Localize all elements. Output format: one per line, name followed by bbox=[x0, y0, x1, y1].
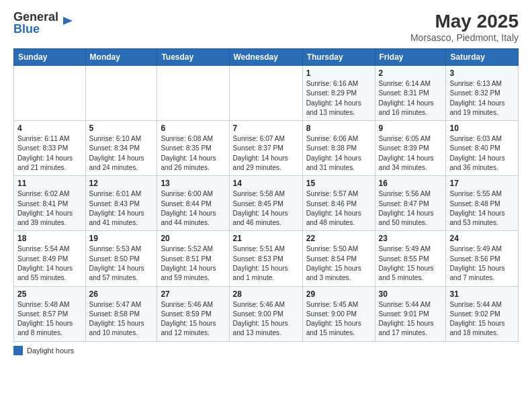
cell-info: Sunrise: 5:53 AM Sunset: 8:50 PM Dayligh… bbox=[89, 244, 154, 283]
calendar-cell: 3Sunrise: 6:13 AM Sunset: 8:32 PM Daylig… bbox=[446, 66, 519, 121]
cell-info: Sunrise: 5:44 AM Sunset: 9:01 PM Dayligh… bbox=[379, 300, 443, 338]
calendar-cell: 6Sunrise: 6:08 AM Sunset: 8:35 PM Daylig… bbox=[157, 121, 229, 176]
legend: Daylight hours bbox=[13, 346, 519, 355]
cell-info: Sunrise: 5:58 AM Sunset: 8:45 PM Dayligh… bbox=[233, 189, 299, 228]
cell-info: Sunrise: 6:05 AM Sunset: 8:39 PM Dayligh… bbox=[379, 134, 443, 173]
cell-date: 1 bbox=[306, 68, 371, 78]
calendar-cell: 20Sunrise: 5:52 AM Sunset: 8:51 PM Dayli… bbox=[157, 231, 229, 286]
calendar-cell: 11Sunrise: 6:02 AM Sunset: 8:41 PM Dayli… bbox=[14, 176, 86, 231]
legend-box bbox=[13, 346, 23, 355]
cell-info: Sunrise: 5:47 AM Sunset: 8:58 PM Dayligh… bbox=[89, 300, 154, 338]
weekday-header-sunday: Sunday bbox=[14, 49, 86, 66]
calendar: SundayMondayTuesdayWednesdayThursdayFrid… bbox=[13, 48, 519, 342]
cell-date: 27 bbox=[161, 289, 225, 299]
cell-info: Sunrise: 5:46 AM Sunset: 9:00 PM Dayligh… bbox=[233, 300, 299, 338]
cell-info: Sunrise: 5:55 AM Sunset: 8:48 PM Dayligh… bbox=[449, 189, 515, 228]
calendar-cell bbox=[85, 66, 157, 121]
weekday-header-tuesday: Tuesday bbox=[157, 49, 229, 66]
calendar-cell: 29Sunrise: 5:45 AM Sunset: 9:00 PM Dayli… bbox=[302, 286, 375, 341]
calendar-cell: 15Sunrise: 5:57 AM Sunset: 8:46 PM Dayli… bbox=[302, 176, 375, 231]
calendar-week-2: 4Sunrise: 6:11 AM Sunset: 8:33 PM Daylig… bbox=[14, 121, 519, 176]
calendar-cell: 28Sunrise: 5:46 AM Sunset: 9:00 PM Dayli… bbox=[229, 286, 302, 341]
cell-info: Sunrise: 5:57 AM Sunset: 8:46 PM Dayligh… bbox=[306, 189, 371, 228]
cell-info: Sunrise: 6:11 AM Sunset: 8:33 PM Dayligh… bbox=[17, 134, 82, 173]
cell-date: 22 bbox=[306, 234, 371, 243]
cell-info: Sunrise: 6:13 AM Sunset: 8:32 PM Dayligh… bbox=[449, 79, 515, 118]
calendar-cell: 31Sunrise: 5:44 AM Sunset: 9:02 PM Dayli… bbox=[446, 286, 519, 341]
logo-general: General bbox=[13, 11, 58, 23]
weekday-header-wednesday: Wednesday bbox=[229, 49, 302, 66]
calendar-cell: 30Sunrise: 5:44 AM Sunset: 9:01 PM Dayli… bbox=[375, 286, 446, 341]
cell-info: Sunrise: 6:07 AM Sunset: 8:37 PM Dayligh… bbox=[233, 134, 299, 173]
cell-date: 23 bbox=[379, 234, 443, 243]
cell-info: Sunrise: 5:45 AM Sunset: 9:00 PM Dayligh… bbox=[306, 300, 371, 338]
calendar-cell: 13Sunrise: 6:00 AM Sunset: 8:44 PM Dayli… bbox=[157, 176, 229, 231]
cell-info: Sunrise: 5:48 AM Sunset: 8:57 PM Dayligh… bbox=[17, 300, 82, 338]
cell-info: Sunrise: 6:16 AM Sunset: 8:29 PM Dayligh… bbox=[306, 79, 371, 118]
logo: General Blue bbox=[13, 11, 75, 35]
cell-date: 10 bbox=[449, 124, 515, 133]
logo-text: General Blue bbox=[13, 11, 58, 35]
calendar-cell: 1Sunrise: 6:16 AM Sunset: 8:29 PM Daylig… bbox=[302, 66, 375, 121]
calendar-cell: 4Sunrise: 6:11 AM Sunset: 8:33 PM Daylig… bbox=[14, 121, 86, 176]
cell-date: 21 bbox=[233, 234, 299, 243]
cell-date: 14 bbox=[233, 179, 299, 188]
cell-date: 31 bbox=[449, 289, 515, 299]
calendar-cell bbox=[14, 66, 86, 121]
cell-date: 12 bbox=[89, 179, 154, 188]
calendar-week-1: 1Sunrise: 6:16 AM Sunset: 8:29 PM Daylig… bbox=[14, 66, 519, 121]
calendar-cell bbox=[157, 66, 229, 121]
cell-date: 19 bbox=[89, 234, 154, 243]
cell-date: 5 bbox=[89, 124, 154, 133]
cell-info: Sunrise: 5:49 AM Sunset: 8:56 PM Dayligh… bbox=[449, 244, 515, 283]
cell-date: 20 bbox=[161, 234, 225, 243]
calendar-cell bbox=[229, 66, 302, 121]
calendar-cell: 8Sunrise: 6:06 AM Sunset: 8:38 PM Daylig… bbox=[302, 121, 375, 176]
cell-info: Sunrise: 5:44 AM Sunset: 9:02 PM Dayligh… bbox=[449, 300, 515, 338]
calendar-cell: 24Sunrise: 5:49 AM Sunset: 8:56 PM Dayli… bbox=[446, 231, 519, 286]
calendar-cell: 18Sunrise: 5:54 AM Sunset: 8:49 PM Dayli… bbox=[14, 231, 86, 286]
cell-date: 17 bbox=[449, 179, 515, 188]
calendar-cell: 17Sunrise: 5:55 AM Sunset: 8:48 PM Dayli… bbox=[446, 176, 519, 231]
calendar-cell: 22Sunrise: 5:50 AM Sunset: 8:54 PM Dayli… bbox=[302, 231, 375, 286]
cell-info: Sunrise: 6:10 AM Sunset: 8:34 PM Dayligh… bbox=[89, 134, 154, 173]
title-block: May 2025 Morsasco, Piedmont, Italy bbox=[410, 11, 519, 43]
cell-date: 29 bbox=[306, 289, 371, 299]
cell-info: Sunrise: 5:50 AM Sunset: 8:54 PM Dayligh… bbox=[306, 244, 371, 283]
cell-date: 11 bbox=[17, 179, 82, 188]
calendar-cell: 16Sunrise: 5:56 AM Sunset: 8:47 PM Dayli… bbox=[375, 176, 446, 231]
calendar-week-5: 25Sunrise: 5:48 AM Sunset: 8:57 PM Dayli… bbox=[14, 286, 519, 341]
cell-info: Sunrise: 6:02 AM Sunset: 8:41 PM Dayligh… bbox=[17, 189, 82, 228]
cell-date: 2 bbox=[379, 68, 443, 78]
main-title: May 2025 bbox=[410, 11, 519, 32]
weekday-header-friday: Friday bbox=[375, 49, 446, 66]
cell-date: 9 bbox=[379, 124, 443, 133]
cell-date: 7 bbox=[233, 124, 299, 133]
weekday-header-monday: Monday bbox=[85, 49, 157, 66]
logo-blue: Blue bbox=[13, 23, 58, 35]
weekday-header-thursday: Thursday bbox=[302, 49, 375, 66]
cell-date: 25 bbox=[17, 289, 82, 299]
page: General Blue May 2025 Morsasco, Piedmont… bbox=[0, 0, 532, 411]
cell-info: Sunrise: 6:14 AM Sunset: 8:31 PM Dayligh… bbox=[379, 79, 443, 118]
cell-date: 4 bbox=[17, 124, 82, 133]
cell-date: 13 bbox=[161, 179, 225, 188]
cell-date: 26 bbox=[89, 289, 154, 299]
calendar-cell: 14Sunrise: 5:58 AM Sunset: 8:45 PM Dayli… bbox=[229, 176, 302, 231]
cell-date: 8 bbox=[306, 124, 371, 133]
logo-flag-icon bbox=[60, 14, 75, 29]
cell-date: 16 bbox=[379, 179, 443, 188]
cell-info: Sunrise: 6:03 AM Sunset: 8:40 PM Dayligh… bbox=[449, 134, 515, 173]
cell-date: 6 bbox=[161, 124, 225, 133]
cell-date: 30 bbox=[379, 289, 443, 299]
calendar-cell: 2Sunrise: 6:14 AM Sunset: 8:31 PM Daylig… bbox=[375, 66, 446, 121]
calendar-week-3: 11Sunrise: 6:02 AM Sunset: 8:41 PM Dayli… bbox=[14, 176, 519, 231]
calendar-header-row: SundayMondayTuesdayWednesdayThursdayFrid… bbox=[14, 49, 519, 66]
calendar-cell: 23Sunrise: 5:49 AM Sunset: 8:55 PM Dayli… bbox=[375, 231, 446, 286]
subtitle: Morsasco, Piedmont, Italy bbox=[410, 32, 519, 43]
cell-info: Sunrise: 5:49 AM Sunset: 8:55 PM Dayligh… bbox=[379, 244, 443, 283]
cell-date: 15 bbox=[306, 179, 371, 188]
cell-info: Sunrise: 6:06 AM Sunset: 8:38 PM Dayligh… bbox=[306, 134, 371, 173]
cell-info: Sunrise: 5:52 AM Sunset: 8:51 PM Dayligh… bbox=[161, 244, 225, 283]
cell-info: Sunrise: 6:01 AM Sunset: 8:43 PM Dayligh… bbox=[89, 189, 154, 228]
